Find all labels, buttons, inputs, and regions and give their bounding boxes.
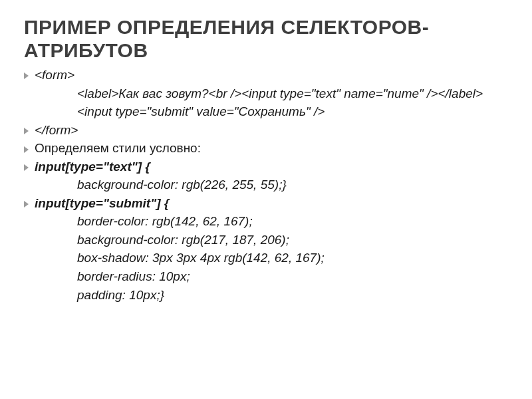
css-rule-border-radius: border-radius: 10px;	[24, 267, 508, 286]
css-rule-bg-text: background-color: rgb(226, 255, 55);}	[24, 176, 508, 194]
code-line-label: <label>Как вас зовут?<br /><input type="…	[24, 84, 508, 103]
text-define-styles: Определяем стили условно:	[24, 139, 508, 158]
css-rule-box-shadow: box-shadow: 3px 3px 4px rgb(142, 62, 167…	[24, 249, 508, 267]
slide-body: <form> <label>Как вас зовут?<br /><input…	[24, 66, 508, 304]
css-rule-border-color: border-color: rgb(142, 62, 167);	[24, 212, 508, 231]
css-rule-padding: padding: 10px;}	[24, 286, 508, 305]
code-line-form-close: </form>	[24, 121, 508, 140]
code-line-input-submit: <input type="submit" value="Сохранить" /…	[24, 102, 508, 121]
code-line-form-open: <form>	[24, 66, 508, 84]
css-selector-submit: input[type="submit"] {	[24, 194, 508, 213]
slide: ПРИМЕР ОПРЕДЕЛЕНИЯ СЕЛЕКТОРОВ-АТРИБУТОВ …	[0, 0, 532, 399]
css-rule-bg-submit: background-color: rgb(217, 187, 206);	[24, 231, 508, 249]
css-selector-text: input[type="text"] {	[24, 158, 508, 176]
slide-title: ПРИМЕР ОПРЕДЕЛЕНИЯ СЕЛЕКТОРОВ-АТРИБУТОВ	[24, 16, 508, 62]
